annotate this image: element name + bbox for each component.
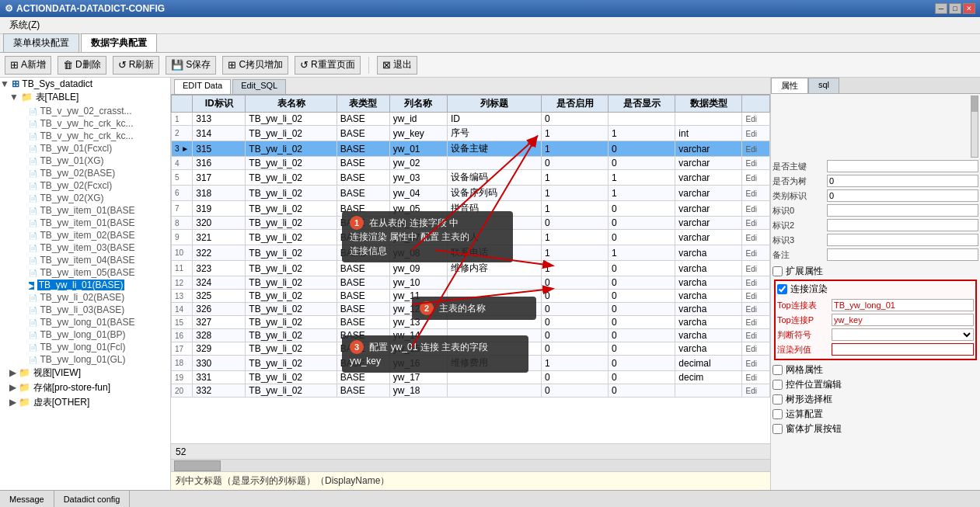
col-tablename[interactable]: 表名称 [246,95,337,113]
col-id[interactable]: ID标识 [193,95,246,113]
col-tabletype[interactable]: 表类型 [337,95,389,113]
prop-input-id2[interactable] [827,219,978,231]
minimize-button[interactable]: ─ [935,3,947,14]
tree-node-n1[interactable]: 📄 TB_v_yw_02_crasst... [0,105,170,117]
props-tab-sql[interactable]: sql [808,78,839,93]
table-row[interactable]: 17329TB_yw_li_02BASEyw_1500varchaEdi [172,342,770,356]
data-table-wrap[interactable]: ID标识 表名称 表类型 列名称 列标题 是否启用 是否显示 数据类型 1313… [171,95,770,443]
table-row[interactable]: 11323TB_yw_li_02BASEyw_09维修内容10varchaEdi [172,261,770,276]
tree-node-view[interactable]: ▶ 📁 视图[VIEW] [0,366,170,380]
tree-node-n21[interactable]: 📄 TB_yw_long_01(GL) [0,353,170,366]
prop-select-judge[interactable] [832,328,974,341]
cell-edit[interactable]: Edi [742,201,770,217]
tab-edit-sql[interactable]: Edit_SQL [232,79,286,94]
tree-node-n18[interactable]: 📄 TB_yw_long_01(BASE [0,316,170,328]
tree-node-n12[interactable]: 📄 TB_yw_item_03(BASE [0,241,170,254]
table-row[interactable]: 1313TB_yw_li_02BASEyw_idID0Edi [172,113,770,126]
table-row[interactable]: 16328TB_yw_li_02BASEyw_1400varchaEdi [172,329,770,342]
tree-select-checkbox[interactable] [772,394,783,405]
props-tab-props[interactable]: 属性 [771,78,808,93]
ctrl-position-label[interactable]: 控件位置编辑 [772,378,978,391]
table-row[interactable]: 20332TB_yw_li_02BASEyw_1800Edi [172,384,770,398]
tree-node-n4[interactable]: 📄 TB_yw_01(Fcxcl) [0,142,170,155]
expand-checkbox[interactable] [772,266,783,276]
col-display[interactable]: 是否显示 [609,95,675,113]
tree-node-n11[interactable]: 📄 TB_yw_item_02(BASE [0,229,170,241]
prop-input-is-tree[interactable] [827,175,978,187]
table-row[interactable]: 5317TB_yw_li_02BASEyw_03设备编码11varcharEdi [172,170,770,186]
add-button[interactable]: ⊞ A新增 [5,56,51,75]
tree-node-n3[interactable]: 📄 TB_v_yw_hc_crk_kc... [0,130,170,142]
table-row[interactable]: 3 ►315TB_yw_li_02BASEyw_01设备主键10varcharE… [172,141,770,157]
menu-system[interactable]: 系统(Z) [3,17,46,33]
tree-node-n8[interactable]: 📄 TB_yw_02(XG) [0,192,170,204]
tree-node-n15[interactable]: ▶ TB_yw_li_01(BASE) [0,279,170,291]
table-row[interactable]: 12324TB_yw_li_02BASEyw_1000varchaEdi [172,276,770,290]
exit-button[interactable]: ⊠ 退出 [377,56,417,75]
close-button[interactable]: ✕ [963,3,975,14]
col-colname[interactable]: 列名称 [389,95,447,113]
tree-node-n19[interactable]: 📄 TB_yw_long_01(BP) [0,328,170,341]
tree-node-n6[interactable]: 📄 TB_yw_02(BASE) [0,167,170,179]
table-row[interactable]: 15327TB_yw_li_02BASEyw_1300varchaEdi [172,316,770,329]
col-coltitle[interactable]: 列标题 [447,95,541,113]
expand-section-label[interactable]: 扩展属性 [772,265,978,278]
prop-input-top-table[interactable] [832,299,974,311]
connect-checkbox[interactable] [777,284,787,294]
prop-input-top-p[interactable] [832,314,974,326]
cell-edit[interactable]: Edi [742,230,770,245]
tree-node-n5[interactable]: 📄 TB_yw_01(XG) [0,155,170,167]
cell-edit[interactable]: Edi [742,276,770,290]
cell-edit[interactable]: Edi [742,245,770,261]
prop-input-note[interactable] [827,248,978,261]
refresh-button[interactable]: ↺ R刷新 [113,56,160,75]
prop-input-type-id[interactable] [827,189,978,202]
tree-node-n16[interactable]: 📄 TB_yw_li_02(BASE) [0,291,170,304]
copy-add-button[interactable]: ⊞ C拷贝增加 [222,56,288,75]
col-datatype[interactable]: 数据类型 [675,95,742,113]
cell-edit[interactable]: Edi [742,316,770,329]
prop-input-id0[interactable] [827,204,978,217]
tree-node-n7[interactable]: 📄 TB_yw_02(Fcxcl) [0,179,170,192]
table-row[interactable]: 19331TB_yw_li_02BASEyw_1700decimEdi [172,371,770,384]
cell-edit[interactable]: Edi [742,342,770,356]
save-button[interactable]: 💾 S保存 [166,56,216,75]
tab-menu-config[interactable]: 菜单模块配置 [3,33,79,52]
tree-node-n9[interactable]: 📄 TB_yw_item_01(BASE [0,204,170,217]
tree-node-store[interactable]: ▶ 📁 存储[pro-store-fun] [0,380,170,395]
tree-node-n14[interactable]: 📄 TB_yw_item_05(BASE [0,266,170,279]
calc-config-label[interactable]: 运算配置 [772,408,978,421]
maximize-button[interactable]: □ [949,3,961,14]
tree-select-label[interactable]: 树形选择框 [772,393,978,406]
tab-edit-data[interactable]: EDIT Data [174,79,231,94]
table-row[interactable]: 9321TB_yw_li_02BASEyw_07维修人10varcharEdi [172,230,770,245]
cell-edit[interactable]: Edi [742,141,770,157]
cell-edit[interactable]: Edi [742,217,770,230]
col-enabled[interactable]: 是否启用 [541,95,608,113]
cell-edit[interactable]: Edi [742,113,770,126]
horizontal-scrollbar[interactable] [171,459,770,471]
calc-config-checkbox[interactable] [772,409,783,419]
cell-edit[interactable]: Edi [742,186,770,201]
window-extend-checkbox[interactable] [772,424,783,434]
ctrl-position-checkbox[interactable] [772,380,783,390]
connect-section-label[interactable]: 连接渲染 [777,283,974,296]
grid-checkbox[interactable] [772,365,783,375]
cell-edit[interactable]: Edi [742,170,770,186]
grid-section-label[interactable]: 网格属性 [772,363,978,377]
tree-node-n10[interactable]: 📄 TB_yw_item_01(BASE [0,217,170,229]
table-row[interactable]: 7319TB_yw_li_02BASEyw_05拼音码10varcharEdi [172,201,770,217]
cell-edit[interactable]: Edi [742,261,770,276]
cell-edit[interactable]: Edi [742,356,770,371]
cell-edit[interactable]: Edi [742,384,770,398]
tree-node-n20[interactable]: 📄 TB_yw_long_01(Fcl) [0,341,170,353]
table-row[interactable]: 6318TB_yw_li_02BASEyw_04设备序列码11varcharEd… [172,186,770,201]
delete-button[interactable]: 🗑 D删除 [58,56,106,75]
tree-node-n2[interactable]: 📄 TB_v_yw_hc_crk_kc... [0,117,170,130]
tree-root[interactable]: ▼ ⊞ TB_Sys_datadict [0,78,170,90]
tree-node-table[interactable]: ▼ 📁 表[TABLE] [0,90,170,105]
table-row[interactable]: 18330TB_yw_li_02BASEyw_16维修费用10decimalEd… [172,356,770,371]
tab-datadict-config[interactable]: 数据字典配置 [81,33,157,52]
table-row[interactable]: 10322TB_yw_li_02BASEyw_08联系电话11varchaEdi [172,245,770,261]
table-row[interactable]: 14326TB_yw_li_02BASEyw_1200varchaEdi [172,303,770,316]
